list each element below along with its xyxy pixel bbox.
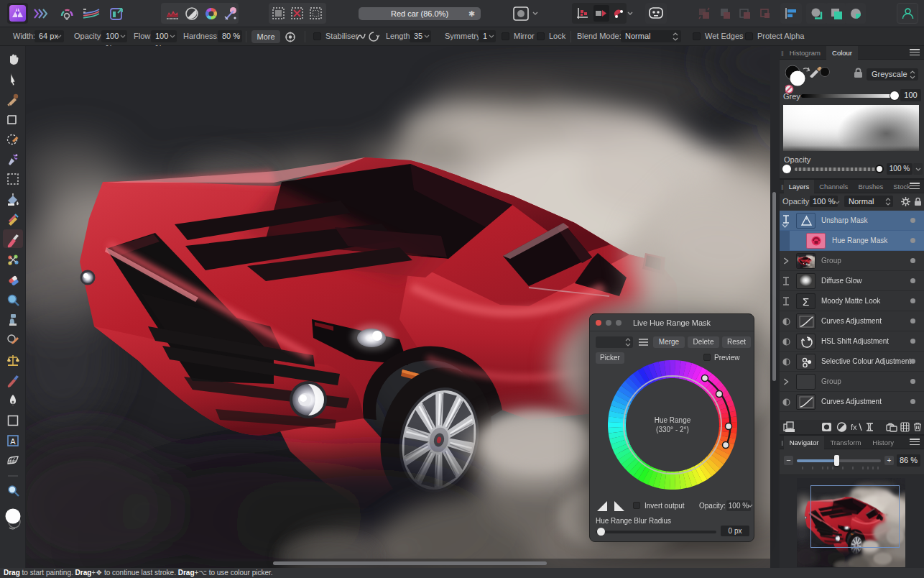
svg-text:A: A bbox=[10, 437, 16, 446]
svg-text:fx: fx bbox=[851, 423, 857, 431]
